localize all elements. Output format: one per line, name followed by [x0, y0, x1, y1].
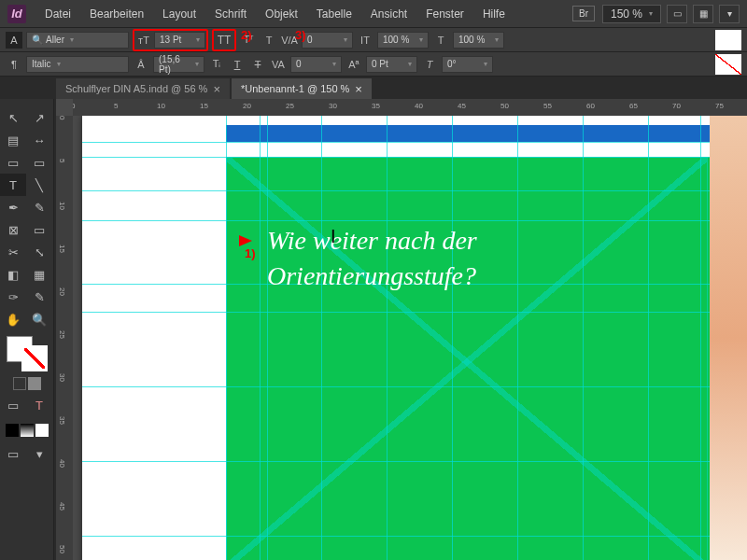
scissors-tool[interactable]: ✂ [0, 241, 26, 263]
note-tool[interactable]: ✑ [0, 286, 26, 308]
screen-mode-icon[interactable]: ▭ [667, 5, 687, 23]
default-none-icon[interactable] [35, 424, 49, 437]
annotation-box-3: TT [212, 29, 236, 51]
menu-tabelle[interactable]: Tabelle [307, 7, 361, 21]
font-family-dropdown[interactable]: 🔍Aller [26, 32, 129, 49]
annotation-box-2: тT 13 Pt [133, 29, 208, 51]
close-icon[interactable]: × [355, 82, 362, 96]
baseline-icon: Aª [345, 56, 362, 73]
underline-icon[interactable]: T [229, 56, 246, 73]
fill-swatch-button[interactable] [715, 30, 741, 50]
menu-hilfe[interactable]: Hilfe [473, 7, 514, 21]
annotation-3: 3) [295, 28, 306, 42]
type-tool[interactable]: T [0, 174, 26, 196]
toolbox: ↖↗ ▤↔ ▭▭ T╲ ✒✎ ⊠▭ ✂⤡ ◧▦ ✑✎ ✋🔍 ▭T ▭▾ [0, 99, 54, 560]
image-frame[interactable] [226, 157, 708, 560]
gradient-feather-tool[interactable]: ▦ [26, 263, 52, 286]
menu-ansicht[interactable]: Ansicht [361, 7, 416, 21]
workspace: 051015202530354045505560657075 051015202… [56, 99, 747, 560]
tab-unbenannt[interactable]: *Unbenannt-1 @ 150 %× [232, 78, 372, 99]
stroke-swatch-button[interactable] [715, 54, 741, 75]
format-text-icon[interactable]: T [26, 394, 52, 416]
headline-text[interactable]: Wie weiter nach derOrientierungsstufe? [267, 223, 477, 294]
menu-objekt[interactable]: Objekt [256, 7, 307, 21]
default-gradient-icon[interactable] [21, 424, 34, 437]
baseline-field[interactable]: 0 Pt [366, 56, 417, 73]
superscript-icon[interactable]: T [261, 32, 277, 49]
menu-bearbeiten[interactable]: Bearbeiten [80, 7, 153, 21]
document-tabbar: Schulflyer DIN A5.indd @ 56 %× *Unbenann… [0, 77, 747, 99]
control-panel-row2: ¶ Italic Â (15,6 Pt) Tᵢ T T VA 0 Aª 0 Pt… [0, 52, 747, 77]
font-style-dropdown[interactable]: Italic [26, 56, 129, 73]
photo-strip [710, 116, 747, 560]
skew-field[interactable]: 0° [442, 56, 493, 73]
tab-schulflyer[interactable]: Schulflyer DIN A5.indd @ 56 %× [56, 78, 230, 99]
tracking-field[interactable]: 0 [290, 56, 342, 73]
ruler-horizontal[interactable]: 051015202530354045505560657075 [73, 99, 747, 116]
free-transform-tool[interactable]: ⤡ [26, 241, 52, 263]
subscript-icon[interactable]: Tᵢ [208, 56, 225, 73]
fill-stroke-swatch[interactable] [7, 336, 48, 371]
paragraph-mode-icon[interactable]: ¶ [6, 56, 22, 73]
character-mode-icon[interactable]: A [6, 32, 22, 49]
kerning-field[interactable]: 0 [302, 32, 353, 49]
format-container-icon[interactable]: ▭ [0, 394, 26, 416]
menubar: Id Datei Bearbeiten Layout Schrift Objek… [0, 0, 747, 28]
page-tool[interactable]: ▤ [0, 129, 26, 151]
allcaps-icon[interactable]: TT [216, 32, 233, 49]
zoom-tool[interactable]: 🔍 [26, 308, 52, 330]
page[interactable]: Wie weiter nach derOrientierungsstufe? I… [82, 116, 717, 560]
apply-gradient-icon[interactable] [28, 377, 41, 390]
hscale-field[interactable]: 100 % [453, 32, 504, 49]
pencil-tool[interactable]: ✎ [26, 196, 52, 218]
font-size-field[interactable]: 13 Pt [154, 32, 205, 49]
content-collector-tool[interactable]: ▭ [0, 151, 26, 174]
bridge-button[interactable]: Br [572, 6, 595, 21]
menu-datei[interactable]: Datei [35, 7, 80, 21]
apply-color-icon[interactable] [13, 377, 26, 390]
arrange-icon[interactable]: ▦ [693, 5, 713, 23]
rectangle-frame-tool[interactable]: ⊠ [0, 218, 26, 241]
annotation-arrow [239, 235, 252, 246]
control-panel-row1: A 🔍Aller тT 13 Pt TT Tᵀ T V/A 0 IT 100 %… [0, 28, 747, 52]
app-logo: Id [7, 5, 26, 23]
eyedropper-tool[interactable]: ✎ [26, 286, 52, 308]
hand-tool[interactable]: ✋ [0, 308, 26, 330]
font-size-icon: тT [135, 32, 152, 49]
vscale-icon: IT [357, 32, 374, 49]
annotation-1: 1) [245, 246, 256, 260]
view-mode-normal[interactable]: ▭ [0, 442, 26, 465]
ruler-vertical[interactable]: 05101520253035404550 [56, 116, 73, 560]
view-mode-preview[interactable]: ▾ [26, 442, 52, 465]
annotation-2: 2) [241, 28, 252, 42]
vscale-field[interactable]: 100 % [377, 32, 429, 49]
close-icon[interactable]: × [213, 82, 220, 96]
gap-tool[interactable]: ↔ [26, 129, 52, 151]
tracking-icon: VA [270, 56, 287, 73]
skew-icon: T [421, 56, 438, 73]
canvas[interactable]: Wie weiter nach derOrientierungsstufe? I… [73, 116, 747, 560]
line-tool[interactable]: ╲ [26, 174, 52, 196]
zoom-level[interactable]: 150 % [602, 5, 661, 23]
strikethrough-icon[interactable]: T [249, 56, 266, 73]
menu-fenster[interactable]: Fenster [416, 7, 473, 21]
rectangle-tool[interactable]: ▭ [26, 218, 52, 241]
leading-icon: Â [133, 56, 149, 73]
direct-selection-tool[interactable]: ↗ [26, 106, 52, 129]
selection-tool[interactable]: ↖ [0, 106, 26, 129]
hscale-icon: T [432, 32, 449, 49]
leading-field[interactable]: (15,6 Pt) [153, 56, 204, 73]
pen-tool[interactable]: ✒ [0, 196, 26, 218]
workspace-icon[interactable]: ▾ [719, 5, 740, 23]
gradient-swatch-tool[interactable]: ◧ [0, 263, 26, 286]
menu-layout[interactable]: Layout [153, 7, 205, 21]
content-placer-tool[interactable]: ▭ [26, 151, 52, 174]
menu-schrift[interactable]: Schrift [205, 7, 256, 21]
default-black-icon[interactable] [6, 424, 19, 437]
